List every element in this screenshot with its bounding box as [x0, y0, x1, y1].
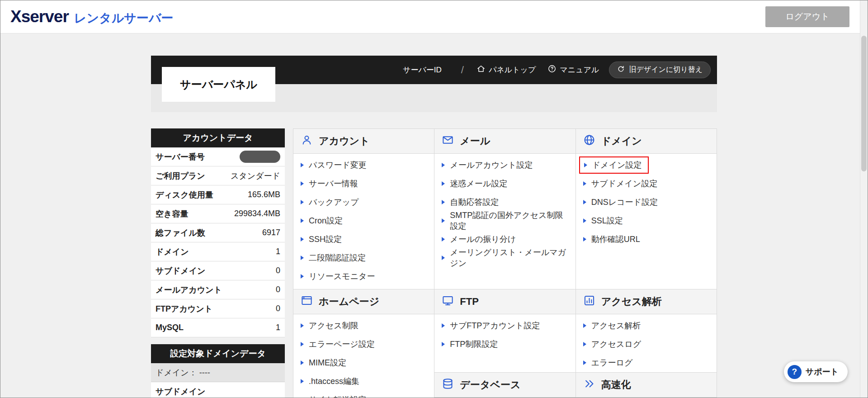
- menu-item-mail-sorting[interactable]: メールの振り分け: [442, 230, 568, 248]
- panel-header-bar: サーバーパネル サーバーID / パネルトップ: [151, 56, 717, 84]
- item-arrow-icon: [301, 218, 304, 223]
- item-arrow-icon: [442, 256, 445, 260]
- sidebar-row-free-space: 空き容量 299834.4MB: [151, 204, 285, 223]
- menu-item-smtp-restriction[interactable]: SMTP認証の国外アクセス制限設定: [442, 211, 568, 230]
- item-arrow-icon: [301, 256, 304, 260]
- menu-item-site-transfer[interactable]: サイト転送設定: [301, 390, 427, 398]
- menu-item-cron[interactable]: Cron設定: [301, 211, 427, 230]
- top-bar: Xserver レンタルサーバー ログアウト: [0, 0, 868, 33]
- item-arrow-icon: [442, 181, 445, 186]
- section-homepage: ホームページ アクセス制限 エラーページ設定 MIME設定 .htaccess編…: [293, 289, 434, 398]
- menu-column-2: メール メールアカウント設定 迷惑メール設定 自動応答設定 SMTP認証の国外ア…: [434, 128, 576, 398]
- home-icon: [476, 64, 486, 76]
- menu-item-mail-account[interactable]: メールアカウント設定: [442, 156, 568, 174]
- support-button[interactable]: ? サポート: [784, 361, 848, 382]
- item-arrow-icon: [583, 323, 586, 328]
- section-speed: 高速化: [576, 372, 717, 398]
- item-arrow-icon: [301, 274, 304, 279]
- section-database: データベース: [434, 372, 575, 398]
- switch-design-button[interactable]: 旧デザインに切り替え: [609, 62, 711, 78]
- section-account-header: アカウント: [293, 128, 434, 154]
- person-icon: [301, 134, 313, 149]
- item-arrow-icon: [301, 379, 304, 384]
- item-arrow-icon: [583, 342, 586, 346]
- logo-text-secondary: レンタルサーバー: [74, 10, 174, 26]
- menu-item-sub-ftp-account[interactable]: サブFTPアカウント設定: [442, 316, 568, 335]
- menu-item-auto-reply[interactable]: 自動応答設定: [442, 193, 568, 211]
- section-database-title: データベース: [460, 378, 520, 392]
- menu-item-access-restriction[interactable]: アクセス制限: [301, 316, 427, 335]
- section-domain-title: ドメイン: [601, 134, 642, 148]
- database-icon: [442, 378, 454, 393]
- globe-icon: [583, 134, 595, 149]
- section-account-title: アカウント: [319, 134, 370, 148]
- vertical-scrollbar[interactable]: [860, 0, 868, 398]
- item-arrow-icon: [583, 360, 586, 365]
- item-arrow-icon: [301, 323, 304, 328]
- section-mail-title: メール: [460, 134, 490, 148]
- manual-label: マニュアル: [560, 65, 599, 75]
- menu-item-resource-monitor[interactable]: リソースモニター: [301, 267, 427, 285]
- section-homepage-title: ホームページ: [319, 295, 379, 308]
- sidebar-row-server-number: サーバー番号: [151, 147, 285, 166]
- target-domain-row: ドメイン： ----: [151, 363, 285, 382]
- menu-item-error-log[interactable]: エラーログ: [583, 353, 709, 372]
- menu-grid: アカウント パスワード変更 サーバー情報 バックアップ Cron設定 SSH設定…: [293, 128, 717, 398]
- sidebar-row-plan: ご利用プラン スタンダード: [151, 166, 285, 185]
- menu-item-mailing-list[interactable]: メーリングリスト・メールマガジン: [442, 248, 568, 267]
- menu-item-password-change[interactable]: パスワード変更: [301, 156, 427, 174]
- menu-item-spam-mail[interactable]: 迷惑メール設定: [442, 174, 568, 193]
- menu-item-domain-setting[interactable]: ドメイン設定: [583, 156, 709, 174]
- item-arrow-icon: [583, 200, 586, 204]
- section-mail: メール メールアカウント設定 迷惑メール設定 自動応答設定 SMTP認証の国外ア…: [434, 128, 575, 289]
- section-access-header: アクセス解析: [576, 289, 717, 314]
- item-arrow-icon: [584, 163, 587, 167]
- menu-item-two-factor[interactable]: 二段階認証設定: [301, 248, 427, 267]
- sidebar-row-file-count: 総ファイル数 6917: [151, 223, 285, 242]
- item-arrow-icon: [442, 200, 445, 204]
- section-domain: ドメイン ドメイン設定 サブドメイン設定 DNSレコード設定: [576, 128, 717, 289]
- item-arrow-icon: [442, 237, 445, 242]
- section-mail-header: メール: [434, 128, 575, 154]
- logout-button[interactable]: ログアウト: [765, 6, 849, 27]
- menu-item-error-page[interactable]: エラーページ設定: [301, 335, 427, 353]
- sidebar-row-domain: ドメイン 1: [151, 242, 285, 261]
- menu-item-ssh[interactable]: SSH設定: [301, 230, 427, 248]
- menu-item-access-analysis[interactable]: アクセス解析: [583, 316, 709, 335]
- scrollbar-thumb[interactable]: [861, 36, 867, 171]
- mail-icon: [442, 134, 454, 149]
- bar-chart-icon: [583, 294, 595, 309]
- menu-item-backup[interactable]: バックアップ: [301, 193, 427, 211]
- item-arrow-icon: [301, 342, 304, 346]
- item-arrow-icon: [583, 218, 586, 223]
- menu-item-htaccess[interactable]: .htaccess編集: [301, 372, 427, 390]
- sidebar-row-mail-account: メールアカウント 0: [151, 280, 285, 299]
- panel-top-label: パネルトップ: [489, 65, 536, 75]
- target-subdomain-row: サブドメイン: [151, 382, 285, 398]
- manual-link[interactable]: マニュアル: [547, 64, 599, 76]
- section-speed-header: 高速化: [576, 372, 717, 398]
- menu-item-check-url[interactable]: 動作確認URL: [583, 230, 709, 248]
- menu-column-3: ドメイン ドメイン設定 サブドメイン設定 DNSレコード設定: [576, 128, 717, 398]
- panel-title: サーバーパネル: [162, 67, 275, 102]
- target-domain-header: 設定対象ドメインデータ: [151, 344, 285, 363]
- sidebar-row-ftp-account: FTPアカウント 0: [151, 299, 285, 318]
- menu-item-subdomain-setting[interactable]: サブドメイン設定: [583, 174, 709, 193]
- menu-item-server-info[interactable]: サーバー情報: [301, 174, 427, 193]
- item-arrow-icon: [301, 181, 304, 186]
- menu-item-access-log[interactable]: アクセスログ: [583, 335, 709, 353]
- panel-top-link[interactable]: パネルトップ: [476, 64, 536, 76]
- sidebar: アカウントデータ サーバー番号 ご利用プラン スタンダード ディスク使用量 16…: [151, 128, 285, 398]
- section-speed-title: 高速化: [601, 378, 631, 392]
- menu-item-dns-record[interactable]: DNSレコード設定: [583, 193, 709, 211]
- section-access-analysis: アクセス解析 アクセス解析 アクセスログ エラーログ: [576, 289, 717, 372]
- item-arrow-icon: [442, 163, 445, 167]
- menu-item-ssl-setting[interactable]: SSL設定: [583, 211, 709, 230]
- item-arrow-icon: [301, 360, 304, 365]
- menu-item-ftp-restriction[interactable]: FTP制限設定: [442, 335, 568, 353]
- section-domain-header: ドメイン: [576, 128, 717, 154]
- menu-item-mime[interactable]: MIME設定: [301, 353, 427, 372]
- item-arrow-icon: [301, 237, 304, 242]
- switch-design-label: 旧デザインに切り替え: [629, 65, 703, 75]
- server-id-label: サーバーID: [403, 65, 442, 75]
